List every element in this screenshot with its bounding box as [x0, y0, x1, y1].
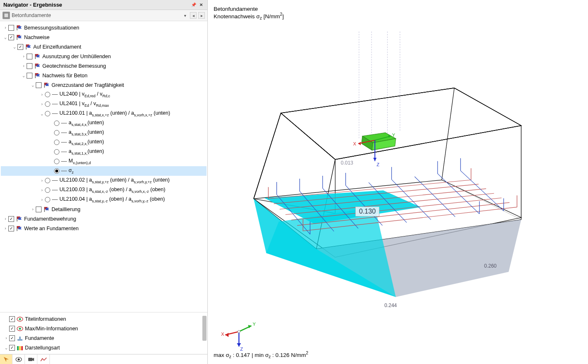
flag-icon — [16, 34, 22, 40]
palette-icon — [17, 345, 23, 350]
radio[interactable] — [54, 149, 59, 155]
chevron-right-icon[interactable]: › — [39, 92, 45, 97]
tree-row[interactable]: as,stat,3,x,(unten) — [1, 128, 207, 138]
display-option-row[interactable]: Max/Min-Informationen — [1, 324, 207, 333]
tree-row[interactable]: ⌄UL2100.01 | as,stat,x,+z (unten) / as,v… — [1, 109, 207, 118]
radio[interactable] — [45, 101, 50, 107]
breadcrumb-text[interactable]: Betonfundamente — [12, 12, 180, 18]
radio[interactable] — [54, 168, 59, 174]
checkbox[interactable] — [8, 34, 14, 40]
tree-row[interactable]: ⌄Grenzzustand der Tragfähigkeit — [1, 80, 207, 90]
tree-row[interactable]: ›UL2100.03 | as,stat,x,-z (oben) / as,vo… — [1, 185, 207, 195]
checkbox[interactable] — [8, 216, 14, 222]
nav-prev-icon[interactable]: ◂ — [190, 12, 197, 19]
tree-row[interactable]: ›UL2401 | vEd / vRd,max — [1, 99, 207, 109]
checkbox[interactable] — [27, 63, 32, 69]
results-tree[interactable]: ›Bemessungssituationen⌄Nachweise⌄Auf Ein… — [0, 21, 207, 312]
tree-row[interactable]: ›UL2400 | vEd,red / vRd,c — [1, 90, 207, 99]
checkbox[interactable] — [17, 44, 23, 50]
chevron-right-icon[interactable]: › — [2, 226, 8, 231]
checkbox[interactable] — [27, 73, 32, 79]
checkbox[interactable] — [36, 82, 42, 88]
svg-rect-18 — [17, 346, 19, 350]
checkbox[interactable] — [9, 335, 15, 341]
chevron-down-icon[interactable]: ⌄ — [2, 35, 8, 39]
checkbox[interactable] — [9, 326, 15, 332]
display-option-row[interactable]: ›Fundamente — [1, 333, 207, 343]
tree-label: Detaillierung — [52, 207, 80, 212]
chevron-right-icon[interactable]: › — [39, 197, 45, 202]
radio[interactable] — [45, 92, 50, 97]
dash-icon — [52, 113, 58, 114]
3d-scene[interactable]: X Y Z — [220, 25, 576, 331]
checkbox[interactable] — [27, 54, 32, 59]
tree-row[interactable]: as,stat,4,x,(unten) — [1, 118, 207, 128]
tree-row[interactable]: ⌄Nachweise — [1, 32, 207, 42]
pin-icon[interactable]: 📌 — [191, 2, 197, 8]
chevron-right-icon[interactable]: › — [2, 216, 8, 221]
dash-icon — [52, 190, 58, 190]
chevron-down-icon[interactable]: ⌄ — [12, 44, 17, 49]
3d-viewport[interactable]: Betonfundamente Knotennachweis σz [N/mm2… — [208, 0, 588, 364]
dash-icon — [52, 199, 58, 200]
dash-icon — [61, 123, 67, 123]
chevron-right-icon[interactable]: › — [39, 188, 45, 192]
toolbar-btn-view[interactable] — [12, 354, 25, 364]
tree-row[interactable]: ›Fundamentbewehrung — [1, 214, 207, 224]
tree-row[interactable]: ›Werte an Fundamenten — [1, 224, 207, 233]
chevron-right-icon[interactable]: › — [39, 178, 45, 183]
display-option-row[interactable]: Titelinformationen — [1, 314, 207, 324]
chevron-right-icon[interactable]: › — [3, 336, 9, 340]
chevron-down-icon[interactable]: ⌄ — [3, 345, 9, 350]
svg-marker-49 — [373, 158, 376, 161]
chevron-right-icon[interactable]: › — [2, 25, 8, 30]
scrollbar-thumb[interactable] — [202, 316, 207, 341]
tree-row[interactable]: ›Bemessungssituationen — [1, 23, 207, 32]
chevron-right-icon[interactable]: › — [21, 64, 27, 68]
checkbox[interactable] — [9, 345, 15, 351]
tree-row[interactable]: ⌄Nachweis für Beton — [1, 71, 207, 80]
tree-row[interactable]: ›Geotechnische Bemessung — [1, 61, 207, 71]
radio[interactable] — [45, 197, 50, 202]
axis-gizmo[interactable]: X Y Z — [220, 318, 258, 352]
display-option-row[interactable]: ⌄Darstellungsart — [1, 343, 207, 352]
radio[interactable] — [54, 159, 59, 164]
close-icon[interactable]: ✕ — [198, 2, 204, 8]
chevron-down-icon[interactable]: ⌄ — [21, 73, 27, 78]
tree-label: Geotechnische Bemessung — [42, 63, 106, 69]
svg-point-15 — [19, 327, 21, 330]
toolbar-btn-graph[interactable] — [37, 354, 50, 364]
chevron-right-icon[interactable]: › — [39, 102, 45, 106]
toolbar-btn-nav[interactable] — [0, 354, 12, 364]
nav-next-icon[interactable]: ▸ — [198, 12, 205, 19]
checkbox[interactable] — [36, 207, 42, 212]
tree-row[interactable]: as,stat,1,x,(unten) — [1, 147, 207, 157]
chevron-down-icon[interactable]: ⌄ — [30, 83, 36, 87]
checkbox[interactable] — [8, 25, 14, 31]
chevron-right-icon[interactable]: › — [21, 54, 27, 59]
tree-row[interactable]: ›UL2100.04 | as,stat,y,-z (oben) / as,vo… — [1, 195, 207, 204]
chevron-right-icon[interactable]: › — [30, 207, 36, 212]
checkbox[interactable] — [9, 316, 15, 322]
tree-row[interactable]: σz — [1, 166, 207, 176]
radio[interactable] — [45, 178, 50, 183]
radio[interactable] — [45, 111, 50, 116]
checkbox[interactable] — [8, 226, 14, 231]
tree-row[interactable]: as,stat,2,x,(unten) — [1, 138, 207, 147]
chevron-down-icon[interactable]: ▾ — [182, 12, 188, 19]
radio[interactable] — [54, 121, 59, 126]
toolbar-btn-camera[interactable] — [25, 354, 37, 364]
tree-label: UL2400 | vEd,red / vRd,c — [59, 91, 110, 98]
chevron-down-icon[interactable]: ⌄ — [39, 111, 45, 116]
tree-row[interactable]: ›UL2100.02 | as,stat,y,+z (unten) / as,v… — [1, 176, 207, 185]
tree-row[interactable]: ›Detaillierung — [1, 204, 207, 214]
radio[interactable] — [54, 130, 59, 135]
svg-marker-86 — [225, 333, 229, 337]
dash-icon — [52, 94, 58, 95]
radio[interactable] — [45, 187, 50, 193]
tree-row[interactable]: Mx,(unten),d — [1, 157, 207, 166]
value-label-1: 0.013 — [341, 160, 353, 166]
radio[interactable] — [54, 140, 59, 145]
tree-row[interactable]: ›Ausnutzung der Umhüllenden — [1, 52, 207, 61]
tree-row[interactable]: ⌄Auf Einzelfundament — [1, 42, 207, 52]
